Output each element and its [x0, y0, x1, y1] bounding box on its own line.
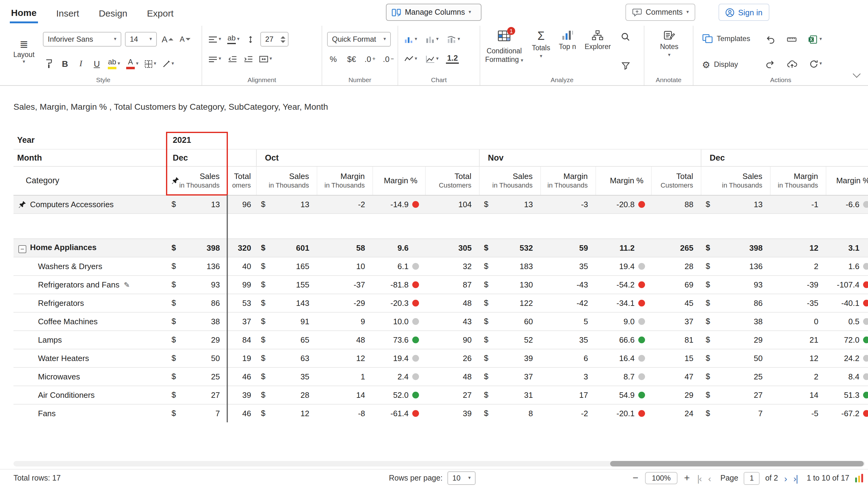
manage-columns-button[interactable]: Manage Columns ▾: [386, 4, 482, 21]
combo-chart-button[interactable]: ▾: [446, 32, 461, 47]
cell-margin-pct[interactable]: -20.8: [595, 195, 651, 213]
cell-number[interactable]: -39: [770, 275, 826, 294]
cell-number[interactable]: 69: [651, 275, 701, 294]
cell-number[interactable]: 21: [770, 331, 826, 349]
cell-sales[interactable]: $7: [166, 404, 227, 422]
cell-number[interactable]: 40: [227, 257, 256, 275]
undo-button[interactable]: [764, 32, 776, 47]
cell-margin-pct[interactable]: 19.4: [372, 349, 425, 367]
cell-sales[interactable]: $60: [479, 312, 540, 331]
font-family-select[interactable]: Inforiver Sans▾: [43, 32, 121, 47]
cell-margin-pct[interactable]: 3.1: [826, 238, 868, 257]
dec-margin-pct-header[interactable]: Margin %: [826, 166, 868, 195]
increase-font-size-button[interactable]: A: [160, 32, 175, 47]
stepper-down-icon[interactable]: [281, 40, 285, 42]
cell-number[interactable]: 28: [651, 257, 701, 275]
underline-button[interactable]: U: [91, 56, 103, 71]
oct-sales-header[interactable]: Salesin Thousands: [256, 166, 317, 195]
cell-sales[interactable]: $122: [479, 294, 540, 312]
cell-number[interactable]: -2: [317, 195, 372, 213]
cell-number[interactable]: 96: [227, 195, 256, 213]
decrease-font-size-button[interactable]: A: [179, 32, 192, 47]
row-header[interactable]: Fans: [13, 404, 166, 422]
cell-margin-pct[interactable]: -54.2: [595, 275, 651, 294]
cell-number[interactable]: 35: [540, 257, 595, 275]
cell-number[interactable]: 32: [425, 257, 479, 275]
cell-number[interactable]: 26: [425, 349, 479, 367]
cell-sales[interactable]: $29: [166, 331, 227, 349]
wrap-text-button[interactable]: ab▾: [226, 32, 241, 47]
horizontal-scrollbar[interactable]: [13, 461, 865, 466]
cell-margin-pct[interactable]: 2.4: [372, 367, 425, 385]
rows-per-page-select[interactable]: 10▾: [447, 471, 476, 485]
cell-margin-pct[interactable]: 72.0: [826, 331, 868, 349]
trend-chart-button[interactable]: ▾: [425, 52, 440, 66]
cell-sales[interactable]: $532: [479, 238, 540, 257]
cell-number[interactable]: 81: [651, 331, 701, 349]
cell-sales[interactable]: $8: [479, 404, 540, 422]
cell-sales[interactable]: $37: [479, 367, 540, 385]
previous-page-button[interactable]: ‹: [708, 474, 711, 483]
cell-number[interactable]: 9: [317, 312, 372, 331]
cell-number[interactable]: 87: [425, 275, 479, 294]
oct-margin-pct-header[interactable]: Margin %: [372, 166, 425, 195]
cell-margin-pct[interactable]: -20.1: [595, 404, 651, 422]
bold-button[interactable]: B: [59, 56, 71, 71]
pinned-month-value[interactable]: Dec: [166, 149, 227, 166]
cell-margin-pct[interactable]: -20.3: [372, 294, 425, 312]
cell-margin-pct[interactable]: 66.6: [595, 331, 651, 349]
cell-margin-pct[interactable]: -107.4: [826, 275, 868, 294]
oct-customers-header[interactable]: TotalCustomers: [425, 166, 479, 195]
pinned-column-divider[interactable]: [227, 195, 228, 422]
cell-sales[interactable]: $50: [166, 349, 227, 367]
cell-sales[interactable]: $25: [166, 367, 227, 385]
cell-number[interactable]: -42: [540, 294, 595, 312]
cell-margin-pct[interactable]: 11.2: [595, 238, 651, 257]
cell-number[interactable]: 6: [540, 349, 595, 367]
row-header[interactable]: Lamps: [13, 331, 166, 349]
cell-number[interactable]: 17: [540, 385, 595, 404]
cell-sales[interactable]: $165: [256, 257, 317, 275]
cell-margin-pct[interactable]: 54.9: [595, 385, 651, 404]
cell-margin-pct[interactable]: 10.0: [372, 312, 425, 331]
redo-button[interactable]: [764, 56, 776, 71]
cell-number[interactable]: 305: [425, 238, 479, 257]
cell-sales[interactable]: $65: [256, 331, 317, 349]
cell-number[interactable]: 2: [770, 257, 826, 275]
cell-number[interactable]: 12: [770, 238, 826, 257]
borders-button[interactable]: ▾: [143, 56, 157, 71]
page-number-input[interactable]: [744, 472, 760, 485]
cell-number[interactable]: 35: [540, 331, 595, 349]
notes-button[interactable]: Notes ▾: [660, 28, 678, 75]
month-group-nov[interactable]: Nov: [479, 149, 701, 166]
increase-decimal-button[interactable]: .0+: [364, 52, 376, 66]
cell-margin-pct[interactable]: -34.1: [595, 294, 651, 312]
cell-number[interactable]: 43: [425, 312, 479, 331]
cell-number[interactable]: 90: [425, 331, 479, 349]
cell-number[interactable]: 59: [540, 238, 595, 257]
cell-margin-pct[interactable]: 1.6: [826, 257, 868, 275]
cell-margin-pct[interactable]: 19.4: [595, 257, 651, 275]
cell-sales[interactable]: $398: [166, 238, 227, 257]
cell-sales[interactable]: $39: [479, 349, 540, 367]
cell-number[interactable]: 37: [651, 312, 701, 331]
cell-margin-pct[interactable]: 16.4: [595, 349, 651, 367]
row-header[interactable]: Coffee Machines: [13, 312, 166, 331]
row-header[interactable]: Refrigerators: [13, 294, 166, 312]
cell-margin-pct[interactable]: -81.8: [372, 275, 425, 294]
cell-margin-pct[interactable]: -67.2: [826, 404, 868, 422]
italic-button[interactable]: I: [75, 56, 87, 71]
cell-number[interactable]: 265: [651, 238, 701, 257]
cell-number[interactable]: -29: [317, 294, 372, 312]
horizontal-align-button[interactable]: ▾: [207, 32, 222, 47]
pinned-year-value[interactable]: 2021: [166, 132, 227, 149]
font-color-button[interactable]: A ▾: [125, 56, 140, 71]
cell-number[interactable]: 104: [425, 195, 479, 213]
cell-number[interactable]: 12: [770, 349, 826, 367]
cell-sales[interactable]: $35: [256, 367, 317, 385]
zoom-out-button[interactable]: −: [631, 472, 640, 484]
cell-number[interactable]: 14: [770, 385, 826, 404]
cell-number[interactable]: 48: [317, 331, 372, 349]
row-header[interactable]: Microwaves: [13, 367, 166, 385]
cell-sales[interactable]: $31: [479, 385, 540, 404]
